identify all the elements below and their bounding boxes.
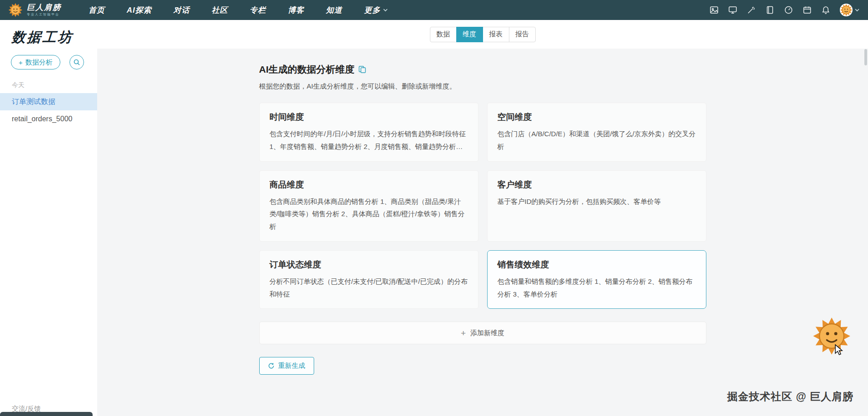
card-order-status-dimension[interactable]: 订单状态维度 分析不同订单状态（已支付/未支付/已取消/配送中/已完成）的分布和… xyxy=(259,250,478,309)
nav-menu: 首页 AI探索 对话 社区 专栏 博客 知道 更多 xyxy=(89,5,388,15)
plus-icon: + xyxy=(19,59,23,66)
sidebar-title: 数据工坊 xyxy=(0,20,98,50)
gauge-icon[interactable] xyxy=(784,5,793,15)
tab-reports[interactable]: 报表 xyxy=(483,27,509,42)
card-description: 分析不同订单状态（已支付/未支付/已取消/配送中/已完成）的分布和特征 xyxy=(270,275,468,301)
tab-summary[interactable]: 报告 xyxy=(509,27,536,42)
brand-lion-logo-icon xyxy=(8,3,23,17)
card-description: 包含门店（A/B/C/D/E）和渠道（美团/饿了么/京东外卖）的交叉分析 xyxy=(498,128,696,153)
card-description: 包含销量和销售额的多维度分析 1、销量分布分析 2、销售额分布分析 3、客单价分… xyxy=(498,275,696,301)
nav-item-blog[interactable]: 博客 xyxy=(288,5,304,15)
brand-subtitle: 专业人工智能平台 xyxy=(27,13,61,16)
nav-item-ai-explore[interactable]: AI探索 xyxy=(127,5,152,15)
main-area: 数据 维度 报表 报告 AI生成的数据分析维度 根据您的数据，AI生成分析维度，… xyxy=(97,20,868,416)
nav-item-community[interactable]: 社区 xyxy=(212,5,228,15)
regenerate-button[interactable]: 重新生成 xyxy=(259,357,314,375)
card-description: 包含商品类别和具体商品的销售分析 1、商品类别（甜品类/果汁类/咖啡类等）销售分… xyxy=(270,195,468,233)
watermark: 掘金技术社区 @ 巨人肩膀 xyxy=(727,390,853,404)
dimension-cards: 时间维度 包含支付时间的年/月/日/小时层级，支持分析销售趋势和时段特征 1、年… xyxy=(259,103,706,309)
nav-item-know[interactable]: 知道 xyxy=(326,5,342,15)
card-title: 销售绩效维度 xyxy=(498,259,696,271)
card-title: 商品维度 xyxy=(270,179,468,191)
card-description: 包含支付时间的年/月/日/小时层级，支持分析销售趋势和时段特征 1、年度销售额、… xyxy=(270,128,468,153)
scrollbar-thumb[interactable] xyxy=(864,49,867,65)
journal-icon[interactable] xyxy=(765,5,774,15)
new-analysis-button[interactable]: + 数据分析 xyxy=(11,55,60,69)
card-title: 客户维度 xyxy=(498,179,696,191)
search-button[interactable] xyxy=(69,55,84,69)
top-navigation: 巨人肩膀 专业人工智能平台 首页 AI探索 对话 社区 专栏 博客 知道 更多 xyxy=(0,0,868,20)
nav-item-more[interactable]: 更多 xyxy=(364,5,388,15)
nav-toolbar xyxy=(710,4,860,16)
feedback-link[interactable]: 交流/反馈 xyxy=(0,405,97,412)
sidebar-section-today: 今天 xyxy=(0,74,97,93)
sidebar-footer-bar xyxy=(0,412,93,416)
wand-icon[interactable] xyxy=(747,5,756,15)
nav-item-chat[interactable]: 对话 xyxy=(173,5,190,15)
chevron-down-icon xyxy=(854,7,860,13)
sidebar-item-retail-orders-5000[interactable]: retail_orders_5000 xyxy=(0,110,97,128)
mascot-lion-widget[interactable] xyxy=(812,317,851,356)
card-description: 基于客户ID的购买行为分析，包括购买频次、客单价等 xyxy=(498,195,696,208)
refresh-icon xyxy=(268,362,275,369)
avatar xyxy=(840,4,853,16)
copy-icon[interactable] xyxy=(358,65,366,74)
page-title: AI生成的数据分析维度 xyxy=(259,63,355,76)
sidebar: 数据工坊 + 数据分析 今天 订单测试数据 retail_orders_5000… xyxy=(0,20,97,416)
monitor-icon[interactable] xyxy=(728,5,737,15)
user-avatar[interactable] xyxy=(840,4,860,16)
card-customer-dimension[interactable]: 客户维度 基于客户ID的购买行为分析，包括购买频次、客单价等 xyxy=(487,170,706,242)
tab-data[interactable]: 数据 xyxy=(430,27,457,42)
search-icon xyxy=(73,59,80,66)
image-icon[interactable] xyxy=(710,5,719,15)
chevron-down-icon xyxy=(383,7,388,13)
card-space-dimension[interactable]: 空间维度 包含门店（A/B/C/D/E）和渠道（美团/饿了么/京东外卖）的交叉分… xyxy=(487,103,706,162)
tab-bar: 数据 维度 报表 报告 xyxy=(97,20,868,49)
card-title: 订单状态维度 xyxy=(270,259,468,271)
plus-icon: + xyxy=(461,329,466,337)
brand-name: 巨人肩膀 xyxy=(27,4,61,12)
brand[interactable]: 巨人肩膀 专业人工智能平台 xyxy=(8,3,61,17)
tab-dimensions[interactable]: 维度 xyxy=(456,27,483,42)
card-sales-performance-dimension[interactable]: 销售绩效维度 包含销量和销售额的多维度分析 1、销量分布分析 2、销售额分布分析… xyxy=(487,250,706,309)
add-dimension-button[interactable]: + 添加新维度 xyxy=(259,322,706,344)
bell-icon[interactable] xyxy=(821,5,830,15)
calendar-icon[interactable] xyxy=(803,5,812,15)
card-title: 空间维度 xyxy=(498,111,696,123)
card-product-dimension[interactable]: 商品维度 包含商品类别和具体商品的销售分析 1、商品类别（甜品类/果汁类/咖啡类… xyxy=(259,170,478,242)
card-title: 时间维度 xyxy=(270,111,468,123)
page-subtitle: 根据您的数据，AI生成分析维度，您可以编辑、删除或新增维度。 xyxy=(259,82,706,91)
card-time-dimension[interactable]: 时间维度 包含支付时间的年/月/日/小时层级，支持分析销售趋势和时段特征 1、年… xyxy=(259,103,478,162)
nav-item-column[interactable]: 专栏 xyxy=(250,5,266,15)
content-column: AI生成的数据分析维度 根据您的数据，AI生成分析维度，您可以编辑、删除或新增维… xyxy=(259,49,706,375)
nav-item-home[interactable]: 首页 xyxy=(89,5,105,15)
sidebar-item-order-test-data[interactable]: 订单测试数据 xyxy=(0,93,97,110)
